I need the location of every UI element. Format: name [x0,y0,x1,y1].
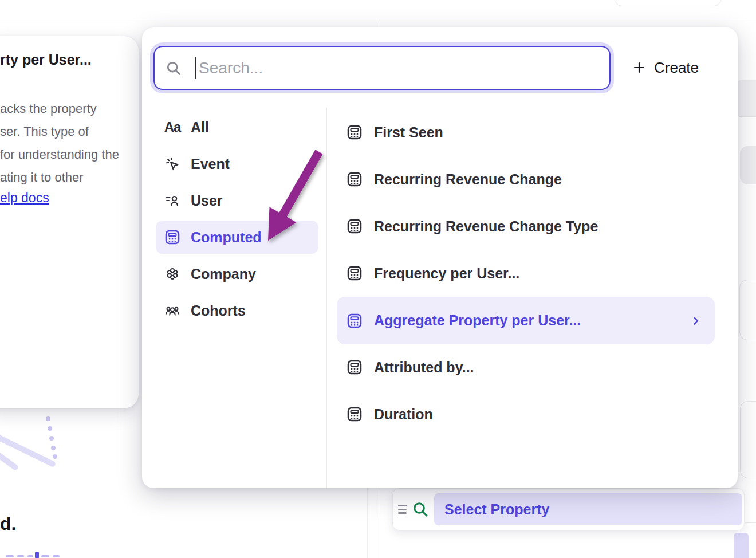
plus-icon [632,61,646,74]
partial-right-pill [740,146,756,184]
create-button[interactable]: Create [632,57,699,78]
partial-top-right-button[interactable] [614,0,722,6]
calculator-icon [346,171,363,188]
text-style-icon: Aa [164,119,181,136]
property-item-recurring-revenue-change[interactable]: Recurring Revenue Change [337,163,715,195]
drag-handle-icon[interactable] [398,505,407,514]
select-property-label: Select Property [444,501,549,518]
partial-right-card [739,280,756,340]
category-tab-company[interactable]: Company [156,261,318,286]
search-placeholder: Search... [199,59,263,77]
category-label: Cohorts [191,302,246,319]
tooltip-body-line: ating it to other [0,170,84,185]
search-icon [411,500,430,518]
tooltip-body-line: for understanding the [0,147,119,162]
user-icon [164,192,181,209]
decorative-line [0,450,19,471]
property-item-first-seen[interactable]: First Seen [337,116,715,148]
select-property-button[interactable]: Select Property [434,493,742,525]
decorative-dot [51,446,56,450]
page-top-divider [0,19,756,19]
event-cursor-icon [164,155,181,172]
property-item-aggregate-property-per-user[interactable]: Aggregate Property per User... [337,297,715,344]
tooltip-title: rty per User... [0,52,92,68]
category-label: Computed [191,229,262,246]
calculator-icon [346,218,363,235]
decorative-dot [53,454,57,459]
calculator-icon [346,359,363,376]
calculator-icon [346,265,363,282]
calculator-icon [346,124,363,141]
create-button-label: Create [654,59,699,77]
annotation-arrow [252,142,332,246]
property-item-attributed-by[interactable]: Attributed by... [337,351,715,383]
partial-right-lavender-pill [734,533,749,558]
property-tooltip-card [0,36,139,408]
cut-off-link-text [17,555,24,557]
property-item-recurring-revenue-change-type[interactable]: Recurring Revenue Change Type [337,210,715,242]
search-icon [165,60,182,77]
property-label: Duration [374,406,433,423]
property-label: Frequency per User... [374,265,519,282]
category-label: User [191,192,223,209]
search-input[interactable]: Search... [153,46,611,90]
chevron-right-icon [691,316,701,326]
decorative-dot [49,436,54,441]
page-vertical-divider-2 [367,488,368,558]
property-item-duration[interactable]: Duration [337,398,715,430]
decorative-dot [48,426,52,431]
screen: d. rty per User... acks the property ser… [0,0,756,558]
partial-right-panel [738,80,756,117]
text-caret [195,57,196,79]
category-label: Company [191,266,256,282]
category-tab-all[interactable]: Aa All [156,115,318,140]
property-label: Recurring Revenue Change Type [374,218,598,235]
select-property-row: Select Property [392,488,745,531]
cohorts-icon [164,302,181,319]
property-item-frequency-per-user[interactable]: Frequency per User... [337,257,715,289]
tooltip-body-line: acks the property [0,101,97,116]
cut-off-link-text [35,552,39,558]
property-label: Recurring Revenue Change [374,171,562,188]
property-label: Aggregate Property per User... [374,312,581,329]
calculator-icon [346,406,363,423]
cut-off-link-text [41,555,49,557]
help-docs-link[interactable]: elp docs [0,190,49,206]
property-label: First Seen [374,124,443,141]
partial-right-card [740,401,756,478]
cut-off-link-text [27,555,33,557]
calculator-icon [346,312,363,329]
decorative-dot [46,416,50,421]
tooltip-body-line: ser. This type of [0,124,89,139]
category-label: Event [191,156,230,172]
property-selector-popover: Search... Create Aa All [142,27,738,488]
cut-off-link-text [53,555,60,557]
cut-off-heading: d. [0,513,16,535]
company-icon [164,265,181,282]
calculator-icon [164,229,181,246]
category-tab-cohorts[interactable]: Cohorts [156,298,318,323]
cut-off-link-text [6,555,14,557]
category-label: All [191,119,209,136]
property-label: Attributed by... [374,359,474,376]
